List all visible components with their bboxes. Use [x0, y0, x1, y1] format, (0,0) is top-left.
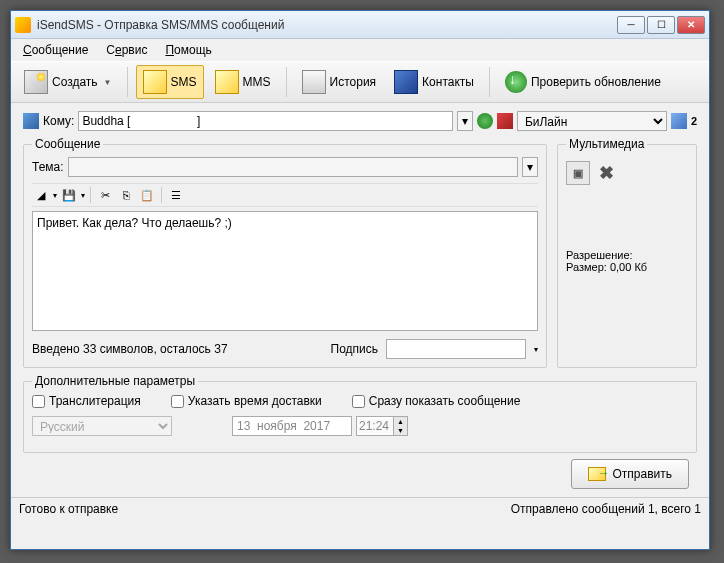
paste-button[interactable]: 📋 — [138, 186, 156, 204]
time-down: ▼ — [393, 426, 407, 435]
sms-icon — [143, 70, 167, 94]
content-area: Кому: ▾ БиЛайн 2 Сообщение Тема: ▾ ◢ — [11, 103, 709, 497]
titlebar[interactable]: iSendSMS - Отправка SMS/MMS сообщений ─ … — [11, 11, 709, 39]
message-legend: Сообщение — [32, 137, 103, 151]
signature-input[interactable] — [386, 339, 526, 359]
close-button[interactable]: ✕ — [677, 16, 705, 34]
show-now-checkbox[interactable]: Сразу показать сообщение — [352, 394, 521, 408]
resolution-label: Разрешение: — [566, 249, 688, 261]
recipient-input[interactable] — [78, 111, 452, 131]
signature-label: Подпись — [331, 342, 379, 356]
copy-button[interactable]: ⎘ — [117, 186, 135, 204]
statusbar: Готово к отправке Отправлено сообщений 1… — [11, 497, 709, 519]
delivery-time-checkbox[interactable]: Указать время доставки — [171, 394, 322, 408]
recipient-dropdown[interactable]: ▾ — [457, 111, 473, 131]
chevron-down-icon: ▼ — [104, 78, 112, 87]
add-media-button[interactable]: ▣ — [566, 161, 590, 185]
signature-dropdown[interactable]: ▾ — [534, 345, 538, 354]
separator — [127, 67, 128, 97]
mms-icon — [215, 70, 239, 94]
multimedia-fieldset: Мультимедиа ▣ ✖ Разрешение: Размер: 0,00… — [557, 137, 697, 368]
phone-icon[interactable] — [497, 113, 513, 129]
app-window: iSendSMS - Отправка SMS/MMS сообщений ─ … — [10, 10, 710, 550]
edit-toolbar: ◢ ▾ 💾 ▾ ✂ ⎘ 📋 ☰ — [32, 183, 538, 207]
minimize-button[interactable]: ─ — [617, 16, 645, 34]
menu-service[interactable]: Сервис — [98, 41, 155, 59]
globe-icon[interactable] — [477, 113, 493, 129]
multimedia-info: Разрешение: Размер: 0,00 Кб — [566, 249, 688, 273]
size-label: Размер: 0,00 Кб — [566, 261, 688, 273]
status-right: Отправлено сообщений 1, всего 1 — [511, 502, 701, 516]
separator — [489, 67, 490, 97]
app-icon — [15, 17, 31, 33]
status-left: Готово к отправке — [19, 502, 511, 516]
update-button[interactable]: Проверить обновление — [498, 65, 668, 99]
template-button[interactable]: ☰ — [167, 186, 185, 204]
new-icon — [24, 70, 48, 94]
mms-label: MMS — [243, 75, 271, 89]
time-up: ▲ — [393, 417, 407, 426]
sms-button[interactable]: SMS — [136, 65, 204, 99]
update-label: Проверить обновление — [531, 75, 661, 89]
send-button[interactable]: Отправить — [571, 459, 689, 489]
time-input — [357, 419, 393, 433]
recipient-label: Кому: — [43, 114, 74, 128]
window-title: iSendSMS - Отправка SMS/MMS сообщений — [37, 18, 617, 32]
contacts-label: Контакты — [422, 75, 474, 89]
history-icon — [302, 70, 326, 94]
delete-media-button[interactable]: ✖ — [594, 161, 618, 185]
message-fieldset: Сообщение Тема: ▾ ◢ ▾ 💾 ▾ ✂ ⎘ 📋 ☰ — [23, 137, 547, 368]
cut-button[interactable]: ✂ — [96, 186, 114, 204]
save-button[interactable]: 💾 — [60, 186, 78, 204]
subject-input[interactable] — [68, 157, 518, 177]
recipient-row: Кому: ▾ БиЛайн 2 — [23, 111, 697, 131]
create-button[interactable]: Создать ▼ — [17, 65, 119, 99]
contacts-button[interactable]: Контакты — [387, 65, 481, 99]
multimedia-legend: Мультимедиа — [566, 137, 647, 151]
contacts-icon — [394, 70, 418, 94]
message-textarea[interactable] — [32, 211, 538, 331]
menu-message[interactable]: Сообщение — [15, 41, 96, 59]
subject-label: Тема: — [32, 160, 64, 174]
update-icon — [505, 71, 527, 93]
recipient-count: 2 — [691, 115, 697, 127]
separator — [286, 67, 287, 97]
send-label: Отправить — [612, 467, 672, 481]
menubar: Сообщение Сервис Помощь — [11, 39, 709, 61]
sms-label: SMS — [171, 75, 197, 89]
language-select: Русский — [32, 416, 172, 436]
erase-button[interactable]: ◢ — [32, 186, 50, 204]
params-fieldset: Дополнительные параметры Транслитерация … — [23, 374, 697, 453]
time-spinner: ▲▼ — [356, 416, 408, 436]
send-icon — [588, 467, 606, 481]
operator-select[interactable]: БиЛайн — [517, 111, 667, 131]
history-button[interactable]: История — [295, 65, 384, 99]
subject-dropdown[interactable]: ▾ — [522, 157, 538, 177]
translit-checkbox[interactable]: Транслитерация — [32, 394, 141, 408]
history-label: История — [330, 75, 377, 89]
params-legend: Дополнительные параметры — [32, 374, 198, 388]
toolbar: Создать ▼ SMS MMS История Контакты Прове… — [11, 61, 709, 103]
menu-help[interactable]: Помощь — [157, 41, 219, 59]
people-icon[interactable] — [671, 113, 687, 129]
maximize-button[interactable]: ☐ — [647, 16, 675, 34]
char-counter: Введено 33 символов, осталось 37 — [32, 342, 323, 356]
address-book-icon[interactable] — [23, 113, 39, 129]
date-input — [232, 416, 352, 436]
mms-button[interactable]: MMS — [208, 65, 278, 99]
create-label: Создать — [52, 75, 98, 89]
